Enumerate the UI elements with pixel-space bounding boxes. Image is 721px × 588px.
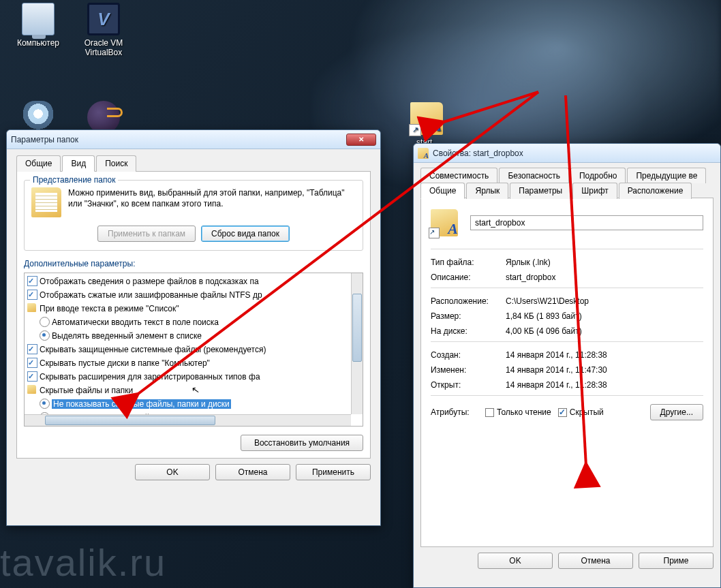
tab-options[interactable]: Параметры bbox=[510, 183, 571, 199]
tab-general[interactable]: Общие bbox=[420, 183, 465, 199]
modified-label: Изменен: bbox=[431, 365, 506, 375]
vertical-scrollbar[interactable] bbox=[351, 273, 363, 414]
opt-dont-show-hidden[interactable]: Не показывать скрытые файлы, папки и дис… bbox=[40, 397, 361, 411]
tab-general[interactable]: Общие bbox=[16, 155, 61, 172]
folder-view-group: Представление папок Можно применить вид,… bbox=[24, 180, 363, 251]
tab-shortcut[interactable]: Ярлык bbox=[466, 183, 508, 199]
tab-details[interactable]: Подробно bbox=[570, 168, 626, 183]
opt-select-typed[interactable]: Выделять введенный элемент в списке bbox=[40, 329, 361, 343]
ok-button[interactable]: OK bbox=[135, 464, 210, 480]
titlebar[interactable]: Параметры папок bbox=[7, 130, 380, 149]
folder-options-window: Параметры папок Общие Вид Поиск Представ… bbox=[6, 129, 381, 526]
tab-layout[interactable]: Расположение bbox=[619, 183, 692, 199]
restore-defaults-button[interactable]: Восстановить умолчания bbox=[241, 435, 363, 451]
folder-icon bbox=[31, 187, 61, 217]
modified-value: 14 января 2014 г., 11:47:30 bbox=[506, 365, 607, 375]
svg-line-0 bbox=[442, 92, 538, 123]
tab-search[interactable]: Поиск bbox=[96, 155, 136, 172]
advanced-tree[interactable]: Отображать сведения о размере файлов в п… bbox=[24, 273, 363, 427]
readonly-checkbox[interactable]: Только чтение bbox=[485, 407, 551, 417]
cursor-icon: ↖ bbox=[191, 384, 201, 396]
tab-strip: Общие Вид Поиск bbox=[16, 155, 371, 172]
group-legend: Представление папок bbox=[30, 175, 118, 185]
tab-strip: Совместимость Безопасность Подробно Пред… bbox=[420, 163, 714, 198]
tab-security[interactable]: Безопасность bbox=[499, 168, 569, 183]
accessed-value: 14 января 2014 г., 11:28:38 bbox=[506, 380, 607, 390]
name-input[interactable] bbox=[470, 215, 703, 230]
titlebar[interactable]: Свойства: start_dropbox bbox=[414, 144, 720, 163]
computer-icon bbox=[22, 3, 55, 35]
desc-value: start_dropbox bbox=[506, 273, 555, 282]
opt-auto-search[interactable]: Автоматически вводить текст в поле поиск… bbox=[40, 315, 361, 329]
tab-compat[interactable]: Совместимость bbox=[420, 168, 497, 183]
shortcut-icon bbox=[410, 102, 443, 135]
close-button[interactable] bbox=[346, 134, 376, 146]
created-value: 14 января 2014 г., 11:28:38 bbox=[506, 350, 607, 360]
type-label: Тип файла: bbox=[431, 258, 506, 267]
attr-label: Атрибуты: bbox=[431, 407, 478, 417]
ok-button[interactable]: OK bbox=[478, 553, 553, 569]
shortcut-icon bbox=[418, 148, 429, 159]
cancel-button[interactable]: Отмена bbox=[558, 553, 633, 569]
desktop-icon-virtualbox[interactable]: Oracle VM VirtualBox bbox=[75, 3, 132, 57]
opt-size-tooltip[interactable]: Отображать сведения о размере файлов в п… bbox=[27, 275, 361, 288]
tab-prev[interactable]: Предыдущие ве bbox=[627, 168, 706, 183]
tab-font[interactable]: Шрифт bbox=[572, 183, 617, 199]
size-value: 1,84 КБ (1 893 байт) bbox=[506, 311, 582, 321]
opt-hide-empty-drives[interactable]: Скрывать пустые диски в папке "Компьютер… bbox=[27, 356, 361, 370]
properties-window: Свойства: start_dropbox Совместимость Бе… bbox=[413, 143, 721, 588]
apply-to-folders-button: Применить к папкам bbox=[97, 226, 196, 242]
accessed-label: Открыт: bbox=[431, 380, 506, 390]
icon-label: Компьютер bbox=[10, 38, 67, 48]
created-label: Создан: bbox=[431, 350, 506, 360]
size-label: Размер: bbox=[431, 311, 506, 321]
tab-view[interactable]: Вид bbox=[62, 155, 95, 172]
desktop-icon-computer[interactable]: Компьютер bbox=[10, 3, 67, 48]
apply-button[interactable]: Приме bbox=[639, 553, 714, 569]
scroll-thumb[interactable] bbox=[45, 416, 215, 425]
window-title: Параметры папок bbox=[11, 135, 346, 144]
desktop-icon-shortcut[interactable]: start_ bbox=[398, 102, 455, 147]
other-button[interactable]: Другие... bbox=[650, 404, 703, 420]
horizontal-scrollbar[interactable] bbox=[25, 414, 351, 426]
location-value: C:\Users\W21\Desktop bbox=[506, 296, 589, 306]
opt-list-typing[interactable]: При вводе текста в режиме "Список" bbox=[27, 302, 361, 315]
desc-label: Описание: bbox=[431, 273, 506, 282]
apply-button[interactable]: Применить bbox=[296, 464, 371, 480]
advanced-label: Дополнительные параметры: bbox=[24, 259, 363, 268]
opt-hide-protected[interactable]: Скрывать защищенные системные файлы (рек… bbox=[27, 343, 361, 356]
watermark: tavalik.ru bbox=[0, 540, 166, 585]
file-icon bbox=[431, 209, 458, 236]
type-value: Ярлык (.lnk) bbox=[506, 258, 551, 267]
icon-label: Oracle VM VirtualBox bbox=[75, 38, 132, 57]
group-text: Можно применить вид, выбранный для этой … bbox=[68, 187, 356, 217]
virtualbox-icon bbox=[87, 3, 120, 35]
opt-hide-extensions[interactable]: Скрывать расширения для зарегистрированн… bbox=[27, 370, 361, 384]
scroll-thumb[interactable] bbox=[352, 294, 362, 362]
cancel-button[interactable]: Отмена bbox=[215, 464, 290, 480]
eclipse-icon bbox=[87, 101, 120, 134]
hidden-checkbox[interactable]: Скрытый bbox=[558, 407, 604, 417]
ondisk-label: На диске: bbox=[431, 326, 506, 336]
opt-ntfs-color[interactable]: Отображать сжатые или зашифрованные файл… bbox=[27, 288, 361, 302]
window-title: Свойства: start_dropbox bbox=[433, 149, 716, 158]
location-label: Расположение: bbox=[431, 296, 506, 306]
reset-folders-button[interactable]: Сброс вида папок bbox=[201, 226, 290, 242]
recycle-icon bbox=[22, 101, 55, 134]
ondisk-value: 4,00 КБ (4 096 байт) bbox=[506, 326, 582, 336]
